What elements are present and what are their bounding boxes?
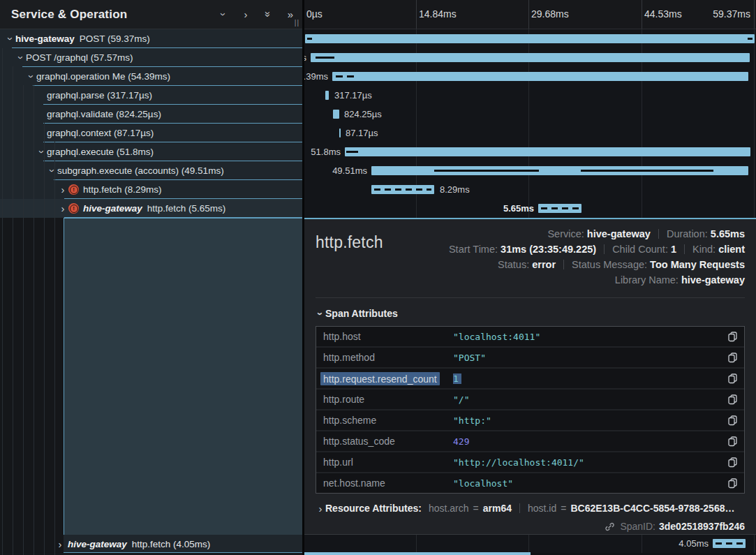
tree-header-title: Service & Operation [11, 8, 207, 22]
status-label: Status: [498, 259, 529, 270]
collapse-all-icon[interactable] [262, 9, 274, 20]
library-name-label: Library Name: [615, 274, 679, 286]
child-count-value: 1 [671, 244, 676, 255]
span-tree: hive-gateway POST (59.37ms) POST /graphq… [0, 29, 303, 218]
duration-label: 49.51ms [332, 165, 367, 176]
ruler-tick: 44.53ms [644, 8, 682, 20]
span-row[interactable]: POST /graphql (57.57ms) [0, 48, 303, 67]
attribute-value: "http://localhost:4011/" [453, 457, 728, 468]
start-time-value: 31ms (23:35:49.225) [501, 244, 596, 255]
span-row-selected[interactable]: hive-gateway http.fetch (5.65ms) [0, 199, 303, 218]
span-bar[interactable] [305, 34, 755, 43]
duration-value: 5.65ms [711, 228, 745, 239]
duration-label: Duration: [667, 228, 708, 239]
attribute-key: net.host.name [316, 478, 453, 489]
span-bar[interactable] [311, 53, 750, 62]
span-tree-panel: Service & Operation hive-gateway POST (5… [0, 0, 303, 555]
status-message-label: Status Message: [572, 259, 647, 270]
copy-icon[interactable] [728, 394, 737, 405]
duration-label: 317.17µs [334, 90, 372, 101]
service-name: hive-gateway [68, 539, 127, 549]
span-label: graphql.parse (317.17µs) [47, 90, 152, 101]
span-detail-title: http.fetch [316, 233, 383, 252]
duration-label: 87.17µs [346, 128, 378, 138]
copy-icon[interactable] [728, 332, 737, 342]
span-bar[interactable] [345, 147, 750, 156]
attribute-key: http.url [316, 457, 453, 468]
service-value: hive-gateway [587, 228, 651, 239]
resource-value: arm64 [483, 503, 512, 514]
chevron-down-icon[interactable] [27, 71, 36, 82]
span-row[interactable]: hive-gateway http.fetch (4.05ms) [64, 535, 303, 553]
span-bar[interactable] [325, 91, 329, 100]
copy-icon[interactable] [728, 436, 737, 447]
attribute-key: http.scheme [316, 415, 453, 426]
span-row[interactable]: graphql.validate (824.25µs) [0, 105, 303, 124]
timeline-ruler: 0µs 14.84ms 29.68ms 44.53ms 59.37ms [304, 0, 756, 29]
resource-attributes-heading: Resource Attributes: [325, 503, 422, 514]
chevron-down-icon[interactable] [47, 165, 57, 176]
span-bar[interactable] [339, 128, 341, 138]
error-icon [68, 184, 79, 195]
copy-icon[interactable] [728, 457, 737, 468]
attribute-value: "POST" [453, 353, 728, 363]
span-bar[interactable] [333, 110, 339, 119]
span-bar[interactable] [371, 185, 434, 194]
ruler-tick: 29.68ms [531, 8, 569, 20]
collapse-one-level-icon[interactable] [218, 9, 229, 20]
service-name: hive-gateway [83, 203, 142, 214]
span-row[interactable]: graphql.execute (51.8ms) [0, 142, 303, 161]
span-id-value: 3de02518937fb246 [659, 521, 745, 532]
span-bar[interactable] [332, 72, 748, 81]
expand-one-level-icon[interactable] [240, 9, 251, 20]
attribute-key: http.request.resend_count [320, 372, 440, 385]
resource-value: BC62E13B-C4CC-5854-9788-2568… [570, 503, 734, 514]
link-icon[interactable] [605, 521, 615, 532]
partial-span-bar[interactable] [304, 552, 531, 555]
span-row[interactable]: subgraph.execute (accounts) (49.51ms) [0, 161, 303, 180]
span-row[interactable]: graphql.parse (317.17µs) [0, 86, 303, 105]
span-label: subgraph.execute (accounts) (49.51ms) [57, 165, 224, 176]
span-attributes-header[interactable]: Span Attributes [316, 308, 745, 319]
span-row[interactable]: hive-gateway POST (59.37ms) [0, 29, 303, 48]
copy-icon[interactable] [728, 415, 737, 426]
chevron-right-icon[interactable] [58, 203, 68, 214]
kind-value: client [718, 244, 745, 255]
resource-key: host.arch [429, 503, 469, 514]
attribute-key: http.method [316, 352, 453, 363]
duration-label: 54.39ms [304, 71, 328, 82]
attribute-key: http.route [316, 394, 453, 405]
attribute-value: "http:" [453, 415, 728, 426]
duration-label: 57.57ms [304, 52, 306, 63]
chevron-down-icon[interactable] [37, 147, 47, 157]
span-row[interactable]: http.fetch (8.29ms) [0, 180, 303, 199]
library-name-value: hive-gateway [681, 274, 745, 286]
chevron-down-icon[interactable] [16, 52, 26, 63]
span-bar[interactable] [713, 539, 746, 548]
attribute-row: http.url "http://localhost:4011/" [316, 452, 744, 472]
chevron-down-icon[interactable] [6, 34, 15, 44]
chevron-right-icon[interactable] [55, 539, 65, 549]
span-attributes-heading: Span Attributes [325, 308, 398, 319]
attribute-row: http.route "/" [316, 390, 744, 409]
attribute-value: 429 [453, 436, 728, 447]
error-icon [68, 203, 79, 214]
span-label: http.fetch (8.29ms) [83, 184, 162, 195]
resize-grip-icon[interactable] [295, 19, 299, 27]
duration-label: 51.8ms [311, 147, 341, 157]
copy-icon[interactable] [728, 353, 737, 363]
chevron-right-icon[interactable] [58, 184, 68, 195]
span-row[interactable]: graphql.operation Me (54.39ms) [0, 67, 303, 86]
child-count-label: Child Count: [612, 244, 668, 255]
span-bar[interactable] [538, 204, 581, 213]
resource-attributes-header[interactable]: Resource Attributes: host.arch = arm64 h… [316, 503, 745, 514]
copy-icon[interactable] [728, 478, 737, 489]
attribute-value: "/" [453, 394, 728, 405]
span-label: graphql.context (87.17µs) [47, 128, 154, 138]
span-bar[interactable] [371, 166, 748, 175]
attribute-row-selected: http.request.resend_count 1 [316, 369, 744, 388]
span-row[interactable]: graphql.context (87.17µs) [0, 124, 303, 142]
selected-span-highlight [64, 218, 303, 535]
copy-icon[interactable] [728, 373, 737, 384]
span-label: POST (59.37ms) [80, 34, 150, 44]
